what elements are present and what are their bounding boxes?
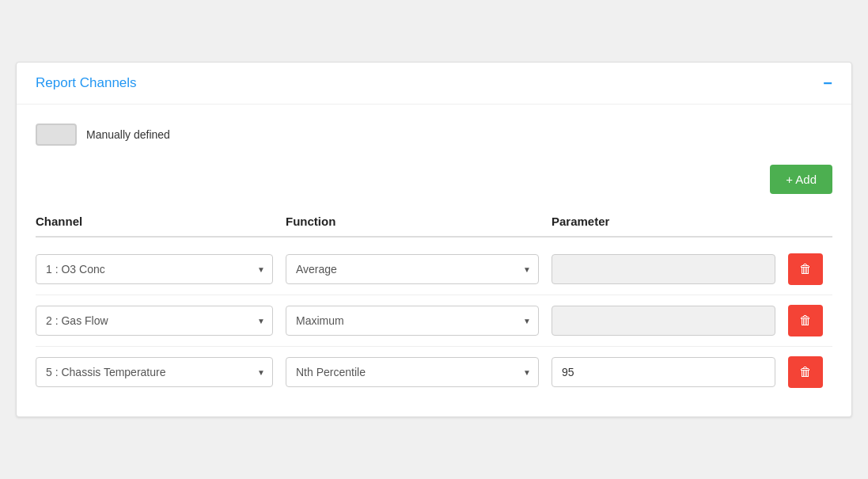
- trash-icon: 🗑: [799, 262, 812, 276]
- channel-select-1[interactable]: 1 : O3 Conc2 : Gas Flow5 : Chassis Tempe…: [36, 306, 273, 336]
- function-select-1[interactable]: AverageMaximumMinimumNth Percentile: [286, 306, 539, 336]
- trash-icon: 🗑: [799, 314, 812, 328]
- card-header: Report Channels −: [17, 63, 851, 105]
- table-rows: 1 : O3 Conc2 : Gas Flow5 : Chassis Tempe…: [36, 244, 832, 397]
- channel-select-wrapper-1: 1 : O3 Conc2 : Gas Flow5 : Chassis Tempe…: [36, 306, 273, 336]
- delete-button-2[interactable]: 🗑: [788, 356, 823, 388]
- delete-button-0[interactable]: 🗑: [788, 253, 823, 285]
- parameter-input-1[interactable]: [552, 306, 775, 336]
- function-select-wrapper-2: AverageMaximumMinimumNth Percentile: [286, 357, 539, 387]
- delete-button-1[interactable]: 🗑: [788, 305, 823, 336]
- card-title: Report Channels: [36, 75, 137, 91]
- table-row: 1 : O3 Conc2 : Gas Flow5 : Chassis Tempe…: [36, 347, 832, 397]
- function-select-wrapper-1: AverageMaximumMinimumNth Percentile: [286, 306, 539, 336]
- card-body: Manually defined + Add Channel Function …: [17, 105, 851, 416]
- function-select-wrapper-0: AverageMaximumMinimumNth Percentile: [286, 254, 539, 284]
- table-header: Channel Function Parameter: [36, 207, 832, 238]
- report-channels-card: Report Channels − Manually defined + Add…: [16, 62, 852, 417]
- channel-select-0[interactable]: 1 : O3 Conc2 : Gas Flow5 : Chassis Tempe…: [36, 254, 273, 284]
- channel-select-2[interactable]: 1 : O3 Conc2 : Gas Flow5 : Chassis Tempe…: [36, 357, 273, 387]
- column-function: Function: [286, 215, 539, 228]
- parameter-input-0[interactable]: [552, 254, 775, 284]
- add-button[interactable]: + Add: [770, 165, 832, 194]
- table-row: 1 : O3 Conc2 : Gas Flow5 : Chassis Tempe…: [36, 295, 832, 347]
- manually-defined-row: Manually defined: [36, 124, 832, 146]
- function-select-0[interactable]: AverageMaximumMinimumNth Percentile: [286, 254, 539, 284]
- manually-defined-label: Manually defined: [86, 128, 170, 141]
- trash-icon: 🗑: [799, 365, 812, 379]
- add-row: + Add: [36, 165, 832, 194]
- column-channel: Channel: [36, 215, 273, 228]
- collapse-button[interactable]: −: [823, 75, 832, 91]
- manually-defined-toggle[interactable]: [36, 124, 77, 146]
- parameter-input-2[interactable]: [552, 357, 775, 387]
- column-parameter: Parameter: [552, 215, 775, 228]
- column-actions: [788, 215, 832, 228]
- channel-select-wrapper-2: 1 : O3 Conc2 : Gas Flow5 : Chassis Tempe…: [36, 357, 273, 387]
- function-select-2[interactable]: AverageMaximumMinimumNth Percentile: [286, 357, 539, 387]
- channel-select-wrapper-0: 1 : O3 Conc2 : Gas Flow5 : Chassis Tempe…: [36, 254, 273, 284]
- table-row: 1 : O3 Conc2 : Gas Flow5 : Chassis Tempe…: [36, 244, 832, 295]
